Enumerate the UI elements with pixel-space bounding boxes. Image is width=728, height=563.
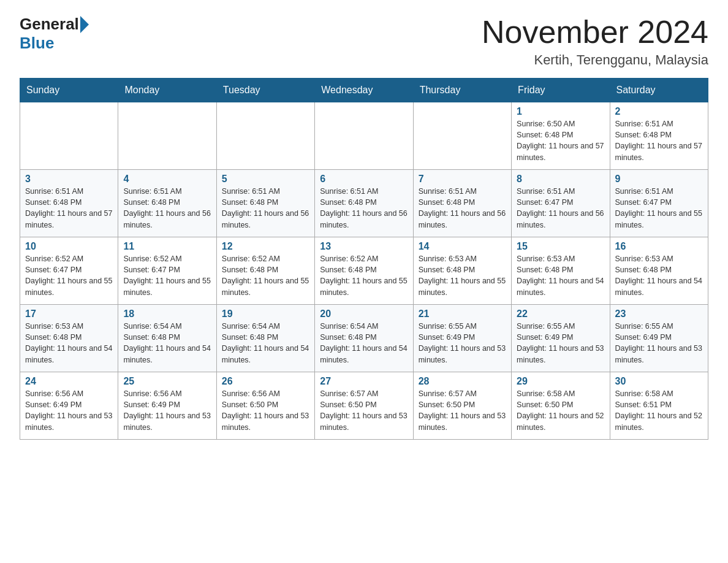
calendar-cell [20, 102, 118, 170]
title-block: November 2024 Kertih, Terengganu, Malays… [482, 15, 708, 68]
calendar-cell: 17Sunrise: 6:53 AMSunset: 6:48 PMDayligh… [20, 305, 118, 372]
calendar-cell: 12Sunrise: 6:52 AMSunset: 6:48 PMDayligh… [216, 237, 314, 305]
day-number: 22 [517, 308, 604, 320]
day-info: Sunrise: 6:54 AMSunset: 6:48 PMDaylight:… [222, 321, 309, 366]
calendar-week-row: 3Sunrise: 6:51 AMSunset: 6:48 PMDaylight… [20, 170, 708, 237]
day-info: Sunrise: 6:57 AMSunset: 6:50 PMDaylight:… [419, 388, 506, 433]
page-header: General Blue November 2024 Kertih, Teren… [20, 15, 708, 68]
calendar-header-wednesday: Wednesday [315, 79, 413, 102]
calendar-cell: 11Sunrise: 6:52 AMSunset: 6:47 PMDayligh… [118, 237, 216, 305]
day-info: Sunrise: 6:51 AMSunset: 6:48 PMDaylight:… [320, 186, 408, 231]
calendar-cell: 15Sunrise: 6:53 AMSunset: 6:48 PMDayligh… [512, 237, 610, 305]
day-number: 16 [615, 241, 703, 252]
day-info: Sunrise: 6:53 AMSunset: 6:48 PMDaylight:… [25, 321, 113, 366]
month-title: November 2024 [482, 15, 708, 50]
calendar-cell: 22Sunrise: 6:55 AMSunset: 6:49 PMDayligh… [512, 305, 610, 372]
day-info: Sunrise: 6:52 AMSunset: 6:48 PMDaylight:… [222, 253, 309, 298]
calendar-week-row: 10Sunrise: 6:52 AMSunset: 6:47 PMDayligh… [20, 237, 708, 305]
calendar-cell: 14Sunrise: 6:53 AMSunset: 6:48 PMDayligh… [413, 237, 511, 305]
calendar-cell: 25Sunrise: 6:56 AMSunset: 6:49 PMDayligh… [118, 372, 216, 440]
day-number: 19 [222, 308, 309, 320]
day-number: 8 [517, 174, 604, 185]
calendar-cell: 10Sunrise: 6:52 AMSunset: 6:47 PMDayligh… [20, 237, 118, 305]
day-info: Sunrise: 6:51 AMSunset: 6:48 PMDaylight:… [123, 186, 211, 231]
day-info: Sunrise: 6:51 AMSunset: 6:48 PMDaylight:… [222, 186, 309, 231]
logo: General Blue [20, 15, 90, 53]
calendar-header-sunday: Sunday [20, 79, 118, 102]
day-info: Sunrise: 6:56 AMSunset: 6:50 PMDaylight:… [222, 388, 309, 433]
calendar-cell: 18Sunrise: 6:54 AMSunset: 6:48 PMDayligh… [118, 305, 216, 372]
logo-triangle-icon [80, 16, 89, 33]
calendar-cell [118, 102, 216, 170]
calendar-cell: 1Sunrise: 6:50 AMSunset: 6:48 PMDaylight… [512, 102, 610, 170]
day-number: 29 [517, 376, 604, 387]
calendar-cell [315, 102, 413, 170]
day-info: Sunrise: 6:55 AMSunset: 6:49 PMDaylight:… [419, 321, 506, 366]
day-number: 24 [25, 376, 113, 387]
calendar-cell [413, 102, 511, 170]
day-info: Sunrise: 6:53 AMSunset: 6:48 PMDaylight:… [419, 253, 506, 298]
calendar-header-tuesday: Tuesday [216, 79, 314, 102]
day-number: 17 [25, 308, 113, 320]
location-title: Kertih, Terengganu, Malaysia [482, 52, 708, 68]
calendar-cell: 5Sunrise: 6:51 AMSunset: 6:48 PMDaylight… [216, 170, 314, 237]
logo-general-text: General [20, 15, 79, 34]
day-info: Sunrise: 6:51 AMSunset: 6:48 PMDaylight:… [419, 186, 506, 231]
day-info: Sunrise: 6:50 AMSunset: 6:48 PMDaylight:… [517, 118, 604, 163]
calendar-header-row: SundayMondayTuesdayWednesdayThursdayFrid… [20, 79, 708, 102]
day-info: Sunrise: 6:58 AMSunset: 6:51 PMDaylight:… [615, 388, 703, 433]
calendar-cell [216, 102, 314, 170]
day-number: 9 [615, 174, 703, 185]
day-number: 27 [320, 376, 408, 387]
day-number: 18 [123, 308, 211, 320]
day-number: 25 [123, 376, 211, 387]
day-number: 5 [222, 174, 309, 185]
day-info: Sunrise: 6:54 AMSunset: 6:48 PMDaylight:… [123, 321, 211, 366]
calendar-header-monday: Monday [118, 79, 216, 102]
day-info: Sunrise: 6:53 AMSunset: 6:48 PMDaylight:… [517, 253, 604, 298]
day-number: 2 [615, 106, 703, 117]
calendar-cell: 27Sunrise: 6:57 AMSunset: 6:50 PMDayligh… [315, 372, 413, 440]
calendar-cell: 26Sunrise: 6:56 AMSunset: 6:50 PMDayligh… [216, 372, 314, 440]
calendar-cell: 3Sunrise: 6:51 AMSunset: 6:48 PMDaylight… [20, 170, 118, 237]
day-number: 7 [419, 174, 506, 185]
day-info: Sunrise: 6:51 AMSunset: 6:48 PMDaylight:… [615, 118, 703, 163]
day-number: 10 [25, 241, 113, 252]
calendar-cell: 28Sunrise: 6:57 AMSunset: 6:50 PMDayligh… [413, 372, 511, 440]
day-info: Sunrise: 6:56 AMSunset: 6:49 PMDaylight:… [123, 388, 211, 433]
day-info: Sunrise: 6:51 AMSunset: 6:47 PMDaylight:… [615, 186, 703, 231]
calendar-cell: 24Sunrise: 6:56 AMSunset: 6:49 PMDayligh… [20, 372, 118, 440]
day-number: 30 [615, 376, 703, 387]
calendar-header-saturday: Saturday [610, 79, 708, 102]
calendar-table: SundayMondayTuesdayWednesdayThursdayFrid… [20, 78, 708, 440]
day-number: 3 [25, 174, 113, 185]
day-info: Sunrise: 6:52 AMSunset: 6:48 PMDaylight:… [320, 253, 408, 298]
day-number: 15 [517, 241, 604, 252]
calendar-header-friday: Friday [512, 79, 610, 102]
logo-blue-text: Blue [20, 34, 54, 53]
calendar-cell: 20Sunrise: 6:54 AMSunset: 6:48 PMDayligh… [315, 305, 413, 372]
calendar-cell: 8Sunrise: 6:51 AMSunset: 6:47 PMDaylight… [512, 170, 610, 237]
day-info: Sunrise: 6:52 AMSunset: 6:47 PMDaylight:… [25, 253, 113, 298]
day-number: 23 [615, 308, 703, 320]
day-info: Sunrise: 6:53 AMSunset: 6:48 PMDaylight:… [615, 253, 703, 298]
calendar-cell: 16Sunrise: 6:53 AMSunset: 6:48 PMDayligh… [610, 237, 708, 305]
calendar-cell: 19Sunrise: 6:54 AMSunset: 6:48 PMDayligh… [216, 305, 314, 372]
calendar-cell: 29Sunrise: 6:58 AMSunset: 6:50 PMDayligh… [512, 372, 610, 440]
calendar-cell: 7Sunrise: 6:51 AMSunset: 6:48 PMDaylight… [413, 170, 511, 237]
day-info: Sunrise: 6:51 AMSunset: 6:47 PMDaylight:… [517, 186, 604, 231]
calendar-week-row: 24Sunrise: 6:56 AMSunset: 6:49 PMDayligh… [20, 372, 708, 440]
day-number: 14 [419, 241, 506, 252]
calendar-cell: 6Sunrise: 6:51 AMSunset: 6:48 PMDaylight… [315, 170, 413, 237]
calendar-cell: 21Sunrise: 6:55 AMSunset: 6:49 PMDayligh… [413, 305, 511, 372]
day-number: 21 [419, 308, 506, 320]
day-info: Sunrise: 6:57 AMSunset: 6:50 PMDaylight:… [320, 388, 408, 433]
day-number: 6 [320, 174, 408, 185]
calendar-cell: 2Sunrise: 6:51 AMSunset: 6:48 PMDaylight… [610, 102, 708, 170]
calendar-week-row: 1Sunrise: 6:50 AMSunset: 6:48 PMDaylight… [20, 102, 708, 170]
day-number: 28 [419, 376, 506, 387]
calendar-cell: 13Sunrise: 6:52 AMSunset: 6:48 PMDayligh… [315, 237, 413, 305]
day-number: 26 [222, 376, 309, 387]
calendar-week-row: 17Sunrise: 6:53 AMSunset: 6:48 PMDayligh… [20, 305, 708, 372]
day-number: 4 [123, 174, 211, 185]
